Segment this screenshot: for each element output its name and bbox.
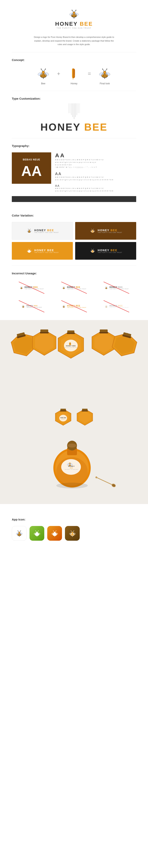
incorrect-item-6: HONEY BEE THE PURITY YOU CAN TRUST: [97, 299, 136, 314]
app-icon-section: App Icon:: [0, 512, 148, 547]
typo-dark-bar: [12, 196, 136, 202]
card-bee-brown: [89, 228, 96, 234]
honey-label: Honey: [71, 82, 77, 85]
round-bottle-inner: HONEY BEE THE PURITY YOU CAN TRUST: [46, 429, 102, 492]
card-text-orange: HONEY BEE THE PURITY YOU CAN TRUST: [34, 249, 59, 253]
concept-section: Concept: Bee +: [0, 52, 148, 91]
svg-line-249: [53, 531, 54, 532]
incorrect-title: Incorrect Useage:: [12, 272, 136, 275]
incorrect-bee-5: [61, 305, 66, 308]
color-card-brown-inner: HONEY BEE THE PURITY YOU CAN TRUST: [89, 228, 122, 234]
svg-point-262: [71, 531, 71, 531]
svg-line-103: [64, 287, 64, 287]
svg-point-168: [69, 344, 71, 345]
incorrect-usage-section: Incorrect Useage: HONE: [0, 266, 148, 320]
svg-point-33: [106, 69, 107, 69]
svg-point-252: [56, 531, 56, 531]
incorrect-bee-4: [21, 305, 25, 308]
svg-text:THE PURITY YOU CAN TRUST: THE PURITY YOU CAN TRUST: [64, 347, 77, 348]
typo-chars-2b: a b c d e f g h i j k l m n o p q r s t …: [55, 179, 136, 181]
typo-chars-3: A B C D E F G H I J K L M N O P Q R S T …: [55, 187, 136, 190]
mockup-section: HONEY BEE THE PURITY YOU CAN TRUST: [0, 320, 148, 504]
color-card-orange-inner: HONEY BEE THE PURITY YOU CAN TRUST: [26, 248, 59, 254]
svg-rect-177: [100, 330, 108, 332]
svg-line-125: [23, 305, 23, 306]
svg-line-139: [64, 305, 64, 306]
svg-rect-192: [82, 409, 88, 411]
cc-tagline-white: THE PURITY YOU CAN TRUST: [34, 232, 59, 233]
concept-title: Concept:: [12, 58, 136, 62]
cc-honey-brown: HONEY BEE: [98, 229, 122, 232]
svg-point-102: [63, 286, 64, 287]
svg-point-90: [21, 286, 21, 287]
cc-tagline-black: THE PURITY YOU CAN TRUST: [98, 252, 122, 253]
svg-line-263: [73, 531, 74, 532]
svg-line-115: [106, 287, 107, 287]
incorrect-bee-6: [104, 305, 108, 308]
small-jar-2: [75, 408, 95, 427]
svg-point-211: [56, 483, 88, 489]
svg-point-116: [107, 286, 107, 287]
jar-2: [29, 329, 59, 357]
incorrect-grid: HONEY BEE THE PURITY YOU CAN TRUST: [12, 280, 136, 314]
type-custom-brand: HONEY BEE: [12, 122, 136, 132]
app-icon-green: [29, 526, 44, 541]
color-card-black: HONEY BEE THE PURITY YOU CAN TRUST: [75, 242, 136, 260]
app-icon-orange: [47, 526, 62, 541]
svg-rect-162: [40, 330, 48, 332]
app-icon-title: App Icon:: [12, 518, 136, 521]
svg-line-239: [38, 531, 38, 532]
svg-point-81: [94, 249, 94, 249]
hero-section: HONEY BEE THE PURITY YOU CAN TRUST Desig…: [0, 0, 148, 52]
svg-line-42: [28, 229, 29, 230]
app-icon-brown: [65, 526, 80, 541]
typo-right: A A A B C D E F G H I J K L M N O P Q R …: [55, 152, 136, 192]
type-customization-title: Type Customization:: [12, 97, 41, 100]
color-card-brown: HONEY BEE THE PURITY YOU CAN TRUST: [75, 222, 136, 240]
svg-line-54: [92, 229, 92, 230]
final-label: Final look: [100, 82, 110, 85]
concept-honey: Honey: [66, 66, 82, 85]
svg-point-57: [94, 229, 94, 229]
concept-bee-icon: [35, 66, 51, 80]
svg-line-151: [106, 305, 107, 306]
type-lines: [12, 103, 136, 119]
typo-chars-upper: A B C D E F G H I J K L M N O P Q R S T …: [55, 159, 136, 161]
svg-point-21: [45, 69, 46, 69]
cc-honey-black: HONEY BEE: [98, 249, 122, 252]
svg-point-19: [41, 69, 42, 69]
spacer-1: [0, 504, 148, 512]
typo-row-3: A A A B C D E F G H I J K L M N O P Q R …: [55, 184, 136, 192]
svg-text:THE PURITY...: THE PURITY...: [61, 419, 65, 420]
svg-rect-185: [60, 409, 66, 411]
typo-aa-small: A A: [55, 184, 136, 187]
svg-point-31: [102, 69, 103, 69]
bee-label: Bee: [41, 82, 45, 85]
type-customization-section: Type Customization: HONEY BEE: [0, 91, 148, 138]
incorrect-item-3: HONEY BEE THE PURITY YOU CAN TRUST: [97, 280, 136, 296]
typography-title: Typography:: [12, 144, 136, 148]
incorrect-item-2: HONEY BEE THE PURITY YOU CAN TRUST: [54, 280, 94, 296]
card-text-brown: HONEY BEE THE PURITY YOU CAN TRUST: [98, 229, 122, 233]
svg-point-69: [30, 249, 30, 249]
svg-point-45: [30, 229, 30, 229]
svg-line-80: [93, 249, 94, 250]
card-text-white: HONEY BEE THE PURITY YOU CAN TRUST: [34, 229, 59, 233]
typo-chars-special: ! @ # $ % ^ & * ( ) - + = [ ] { } | ; : …: [55, 166, 136, 169]
svg-line-89: [21, 287, 21, 287]
svg-line-127: [23, 305, 24, 306]
color-variation-section: Color Variation:: [0, 208, 148, 266]
svg-rect-174: [67, 333, 75, 334]
concept-honey-icon: [66, 66, 82, 80]
plus-operator: +: [57, 71, 60, 77]
concept-final-icon: [97, 66, 113, 80]
svg-point-79: [92, 249, 92, 249]
svg-point-228: [20, 531, 21, 531]
app-bee-green: [32, 529, 42, 538]
round-bottle: HONEY BEE THE PURITY YOU CAN TRUST: [4, 429, 144, 496]
typo-box: BEBAS NEUE AA: [12, 152, 51, 184]
font-name: BEBAS NEUE: [23, 158, 40, 161]
small-jar-1: HONEY BEE THE PURITY...: [53, 408, 73, 427]
typo-row-2: A A A B C D E F G H I J K L M N O P Q R …: [55, 172, 136, 181]
typo-row-1: A A A B C D E F G H I J K L M N O P Q R …: [55, 152, 136, 169]
